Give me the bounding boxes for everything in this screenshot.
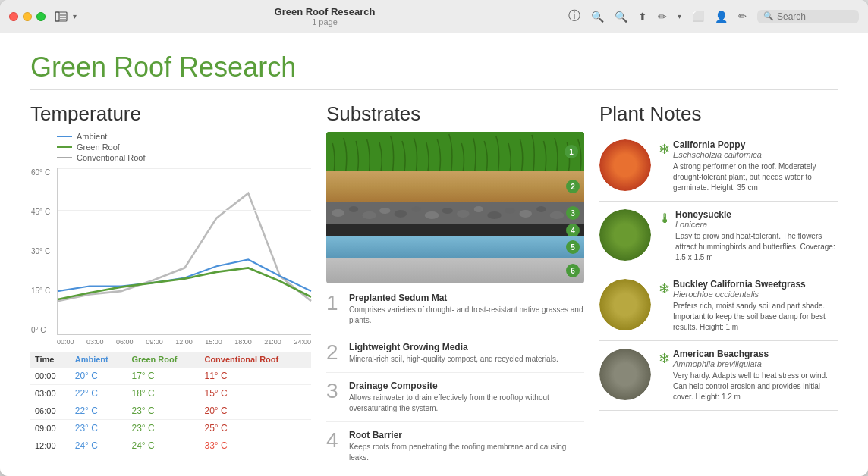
- search-icon: 🔍: [763, 11, 774, 21]
- plant-info: California Poppy Eschscholzia californic…: [673, 139, 838, 193]
- plant-desc: Easy to grow and heat-tolerant. The flow…: [675, 231, 838, 263]
- main-window: ▾ Green Roof Research 1 page ⓘ 🔍 🔍 ⬆ ✏ ▾…: [0, 0, 868, 476]
- markup-icon[interactable]: ✏: [738, 11, 747, 22]
- plant-icon: 🌡: [659, 211, 672, 227]
- plant-sci-name: Eschscholzia californica: [673, 150, 838, 159]
- col-greenroof: Green Roof: [127, 352, 200, 368]
- legend-greenroof: Green Roof: [57, 142, 311, 152]
- titlebar-info: Green Roof Research 1 page: [81, 6, 568, 27]
- plant-desc: A strong performer on the roof. Moderate…: [673, 161, 838, 193]
- titlebar-title: Green Roof Research: [275, 6, 376, 17]
- plant-notes-list: ❄ California Poppy Eschscholzia californ…: [599, 132, 838, 411]
- plant-info: Buckley California Sweetgrass Hierochloe…: [673, 279, 838, 333]
- table-cell: 22° C: [71, 385, 127, 402]
- plant-content: ❄ Buckley California Sweetgrass Hierochl…: [659, 279, 838, 333]
- page-title: Green Roof Research: [30, 52, 838, 90]
- gridline-60: [58, 168, 311, 169]
- sidebar-toggle-button[interactable]: [53, 8, 70, 25]
- maximize-button[interactable]: [36, 12, 46, 21]
- substrate-desc: Mineral-rich soil, high-quality compost,…: [349, 354, 558, 365]
- substrate-item: 2 Lightweight Growing Media Mineral-rich…: [326, 342, 584, 373]
- plant-notes-title: Plant Notes: [599, 102, 838, 126]
- search-input[interactable]: [777, 11, 853, 22]
- table-cell: 23° C: [71, 420, 127, 437]
- substrate-title: Root Barrier: [349, 430, 584, 440]
- ambient-line: [57, 136, 72, 137]
- badge-5: 5: [566, 240, 580, 254]
- plant-content: 🌡 Honeysuckle Lonicera Easy to grow and …: [659, 209, 838, 263]
- plant-sci-name: Lonicera: [675, 220, 838, 229]
- plant-image: [599, 279, 651, 330]
- temperature-title: Temperature: [30, 102, 311, 126]
- plant-name: Buckley California Sweetgrass: [673, 279, 838, 290]
- zoom-out-icon[interactable]: 🔍: [591, 11, 604, 23]
- layer-1-visual: 1: [326, 132, 584, 171]
- substrate-number: 1: [326, 293, 341, 314]
- table-cell: 25° C: [200, 420, 311, 437]
- traffic-lights: [9, 12, 46, 21]
- svg-point-18: [505, 208, 515, 214]
- substrate-item: 3 Drainage Composite Allows rainwater to…: [326, 380, 584, 422]
- badge-4: 4: [566, 224, 580, 237]
- info-icon[interactable]: ⓘ: [568, 8, 580, 24]
- chart-legend: Ambient Green Roof Conventional Roof: [57, 132, 311, 162]
- zoom-in-icon[interactable]: 🔍: [615, 11, 627, 23]
- col-ambient: Ambient: [71, 352, 127, 368]
- chevron-down-icon[interactable]: ▾: [73, 12, 77, 20]
- substrate-desc: Comprises varieties of drought- and fros…: [349, 305, 584, 326]
- substrate-desc: Keeps roots from penetrating the roofing…: [349, 442, 584, 463]
- svg-point-15: [457, 210, 469, 218]
- plant-content: ❄ American Beachgrass Ammophila brevilig…: [659, 349, 838, 402]
- y-label-30: 30° C: [31, 247, 50, 255]
- close-button[interactable]: [9, 12, 18, 21]
- share-icon[interactable]: ⬆: [638, 11, 647, 23]
- table-cell: 09:00: [30, 420, 71, 437]
- svg-point-21: [550, 211, 565, 219]
- substrate-number: 3: [326, 380, 341, 402]
- svg-rect-0: [55, 12, 59, 21]
- plant-image: [599, 209, 651, 261]
- y-label-0: 0° C: [31, 326, 50, 334]
- svg-point-10: [379, 208, 390, 214]
- badge-6: 6: [566, 264, 580, 277]
- minimize-button[interactable]: [23, 12, 32, 21]
- person-icon[interactable]: 👤: [715, 11, 728, 23]
- new-window-icon[interactable]: ⬜: [692, 11, 704, 22]
- layer-2-visual: 2: [326, 171, 584, 202]
- search-bar[interactable]: 🔍: [757, 10, 859, 23]
- y-axis-labels: 60° C 45° C 30° C 15° C 0° C: [31, 168, 50, 334]
- table-row: 12:0024° C24° C33° C: [30, 437, 311, 455]
- plant-notes-section: Plant Notes ❄ California Poppy Eschschol…: [599, 102, 838, 476]
- pen-icon[interactable]: ✏: [658, 11, 667, 23]
- plant-image: [599, 349, 651, 400]
- table-cell: 23° C: [127, 420, 200, 437]
- plant-desc: Prefers rich, moist sandy soil and part …: [673, 301, 838, 333]
- svg-point-7: [332, 209, 344, 217]
- layer-6-visual: 6: [326, 258, 584, 283]
- substrate-text: Root Barrier Keeps roots from penetratin…: [349, 430, 584, 463]
- plant-info: Honeysuckle Lonicera Easy to grow and he…: [675, 209, 838, 263]
- badge-2: 2: [566, 180, 580, 193]
- layer-4-visual: 4: [326, 224, 584, 236]
- table-cell: 18° C: [127, 385, 200, 402]
- y-label-15: 15° C: [31, 287, 50, 295]
- svg-point-9: [362, 211, 376, 219]
- plant-icon: ❄: [659, 280, 670, 297]
- svg-point-14: [442, 208, 452, 214]
- gridline-45: [58, 210, 311, 211]
- substrates-visual: 1 2: [326, 132, 584, 283]
- table-row: 00:0020° C17° C11° C: [30, 368, 311, 385]
- badge-1: 1: [565, 145, 578, 158]
- svg-point-19: [519, 210, 531, 218]
- plant-info: American Beachgrass Ammophila breviligul…: [673, 349, 838, 402]
- x-axis-labels: 00:00 03:00 06:00 09:00 12:00 15:00 18:0…: [57, 338, 311, 346]
- table-cell: 12:00: [30, 437, 71, 455]
- ambient-label: Ambient: [77, 132, 107, 141]
- plant-icon: ❄: [659, 350, 670, 367]
- substrate-title: Lightweight Growing Media: [349, 342, 558, 352]
- plant-image: [599, 139, 651, 191]
- temperature-table: Time Ambient Green Roof Conventional Roo…: [30, 352, 311, 454]
- plant-desc: Very hardy. Adapts well to heat stress o…: [673, 371, 838, 402]
- svg-point-17: [487, 211, 502, 219]
- chevron-tools-icon[interactable]: ▾: [678, 12, 681, 20]
